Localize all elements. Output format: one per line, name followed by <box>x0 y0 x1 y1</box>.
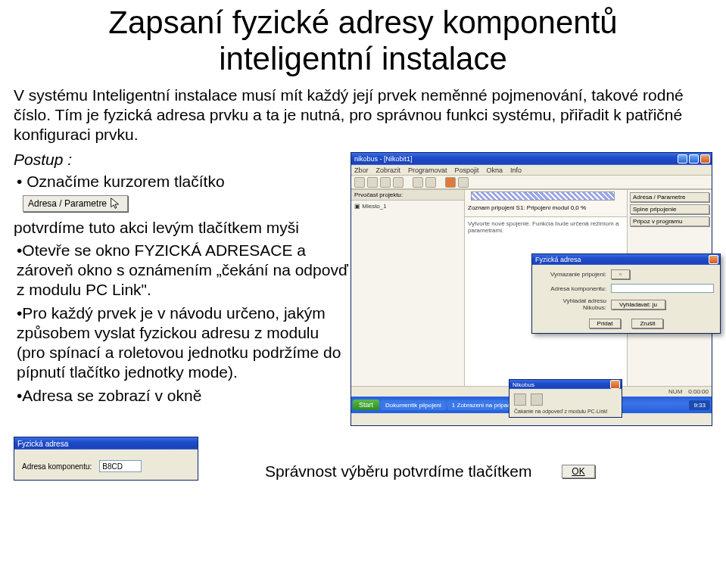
page-title: Zapsaní fyzické adresy komponentů inteli… <box>0 0 726 79</box>
dialog-title: Fyzická adresa <box>535 256 581 263</box>
taskbar-item[interactable]: Dokumentik piipojeni <box>381 400 446 410</box>
list-header-text: Zoznam pripojeni S1: Pripojení modul 0,0… <box>468 204 624 211</box>
pripoz-v-programu-button[interactable]: Pripoz v programu <box>630 216 709 226</box>
wait-dialog: Nikobus Čakanie na odpoveď z modulu PC-L… <box>509 379 622 418</box>
menu-bar: Zbor Zobrazit Programovat Pospojit Okna … <box>351 165 712 176</box>
addr-label: Adresa komponentu: <box>22 462 92 471</box>
toolbar-icon[interactable] <box>354 177 365 188</box>
dialog-close-button[interactable] <box>709 255 718 264</box>
wait-close-button[interactable] <box>610 380 620 389</box>
footer-text: Správnost výběru potvrdíme tlačítkem <box>265 462 531 480</box>
wait-icon <box>531 394 543 406</box>
bullet-3: •Pro každý prvek je v návodu určeno, jak… <box>14 302 351 384</box>
address-result-dialog: Fyzická adresa Adresa komponentu: B8CD <box>14 437 198 481</box>
toolbar-icon[interactable] <box>393 177 404 188</box>
bullet-1b: potvrdíme tuto akci levým tlačítkem myši <box>14 216 351 239</box>
instructions-column: Postup : • Označíme kurzorem tlačítko Ad… <box>14 148 351 426</box>
wait-text: Čakanie na odpoveď z modulu PC-Link! <box>514 409 617 414</box>
bullet-1: • Označíme kurzorem tlačítko <box>14 170 351 193</box>
main-panel: Zoznam pripojeni S1: Pripojení modul 0,0… <box>465 190 627 386</box>
bullet-2: •Otevře se okno FYZICKÁ ADRESACE a zárov… <box>14 239 351 302</box>
status-num: NUM <box>668 388 682 395</box>
status-time: 0:00:00 <box>688 388 709 395</box>
clear-button[interactable]: ▫ <box>611 269 630 279</box>
field-search-label: Vyhladat adresu Nikobus: <box>538 297 606 311</box>
toolbar-icon[interactable] <box>380 177 391 188</box>
toolbar-out-icon[interactable] <box>445 177 456 188</box>
menu-info[interactable]: Info <box>510 166 522 174</box>
adresa-parametre-button[interactable]: Adresa / Parametre <box>630 192 709 202</box>
wait-dialog-title: Nikobus <box>513 381 534 388</box>
menu-okna[interactable]: Okna <box>487 166 503 174</box>
hatched-strip <box>471 191 615 201</box>
list-header: Zoznam pripojeni S1: Pripojení modul 0,0… <box>465 190 627 217</box>
bullet-3-text: Pro každý prvek je v návodu určeno, jaký… <box>17 304 341 381</box>
toolbar <box>351 176 712 189</box>
wait-icon <box>514 394 526 406</box>
minimize-button[interactable] <box>678 154 687 163</box>
app-title: nikobus - [Nikobit1] <box>354 155 413 163</box>
postup-label: Postup : <box>14 148 351 170</box>
bullet-dot: • <box>17 173 22 190</box>
nikobus-app-window: nikobus - [Nikobit1] Zbor Zobrazit Progr… <box>351 152 712 426</box>
taskbar-clock: 9:33 <box>689 400 710 410</box>
toolbar-icon[interactable] <box>367 177 378 188</box>
addr-dialog-titlebar: Fyzická adresa <box>14 437 198 450</box>
bullet-4-text: Adresa se zobrazí v okně <box>22 387 201 404</box>
physical-address-dialog: Fyzická adresa Vymazanie pripojeni: ▫ Ad… <box>531 254 721 334</box>
project-tree-panel: Prvočast projektu: ▣ Miesto_1 <box>351 190 465 386</box>
toolbar-icon[interactable] <box>425 177 436 188</box>
bullet-2-text: Otevře se okno FYZICKÁ ADRESACE a zárove… <box>17 241 348 299</box>
intro-text: V systému Inteligentní instalace musí mí… <box>0 79 726 148</box>
tree-item-label: Miesto_1 <box>362 203 386 210</box>
tree-item[interactable]: ▣ Miesto_1 <box>351 201 464 212</box>
field-clear-label: Vymazanie pripojeni: <box>538 271 606 278</box>
title-line1: Zapsaní fyzické adresy komponentů <box>108 5 617 40</box>
addr-value-input[interactable]: B8CD <box>99 460 142 472</box>
maximize-button[interactable] <box>689 154 699 163</box>
dialog-titlebar: Fyzická adresa <box>532 254 720 265</box>
menu-programovat[interactable]: Programovat <box>408 166 447 174</box>
toolbar-icon[interactable] <box>458 177 469 188</box>
footer-line: Správnost výběru potvrdíme tlačítkem OK <box>220 452 726 481</box>
adresa-parametre-button-example: Adresa / Parametre <box>23 195 128 212</box>
spine-pripojenie-button[interactable]: Spine pripojenie <box>630 204 709 214</box>
title-line2: inteligentní instalace <box>219 41 507 76</box>
bullet-1b-text: potvrdíme tuto akci levým tlačítkem myši <box>14 219 299 236</box>
left-panel-header: Prvočast projektu: <box>351 190 464 201</box>
field-address-label: Adresa komponentu: <box>538 285 606 292</box>
screenshot-region: nikobus - [Nikobit1] Zbor Zobrazit Progr… <box>351 148 726 426</box>
close-button[interactable] <box>700 154 710 163</box>
adresa-parametre-label: Adresa / Parametre <box>28 198 107 209</box>
app-titlebar: nikobus - [Nikobit1] <box>351 153 712 165</box>
cursor-icon <box>109 197 123 210</box>
addr-dialog-title: Fyzická adresa <box>17 440 68 448</box>
intro-sentence-2: Tím je fyzická adresa prvku a ta je nutn… <box>14 106 682 143</box>
menu-zbor[interactable]: Zbor <box>354 166 369 174</box>
cancel-button[interactable]: Zrušit <box>631 319 663 328</box>
ok-button-example: OK <box>562 465 594 478</box>
ok-label: OK <box>572 466 584 477</box>
bullet-1-text: Označíme kurzorem tlačítko <box>26 173 224 190</box>
add-button[interactable]: Pridat <box>589 319 622 328</box>
search-button[interactable]: Vyhladavat: ju <box>611 300 665 310</box>
bullet-4: •Adresa se zobrazí v okně <box>14 384 351 407</box>
address-input[interactable] <box>611 284 714 293</box>
menu-zobrazit[interactable]: Zobrazit <box>376 166 401 174</box>
menu-pospojit[interactable]: Pospojit <box>455 166 479 174</box>
toolbar-icon[interactable] <box>413 177 423 188</box>
start-button[interactable]: Start <box>353 400 379 410</box>
